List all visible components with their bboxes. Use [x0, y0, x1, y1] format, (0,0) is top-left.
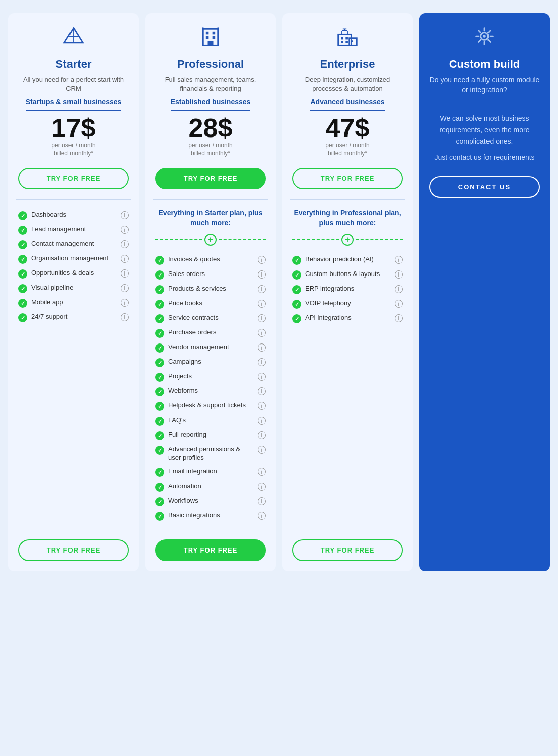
feature-name: Campaigns: [168, 358, 254, 366]
professional-price: 28$: [188, 115, 232, 141]
info-icon[interactable]: i: [258, 468, 266, 476]
info-icon[interactable]: i: [121, 211, 129, 219]
dashed-divider: +: [292, 234, 403, 246]
info-icon[interactable]: i: [121, 226, 129, 234]
info-icon[interactable]: i: [258, 270, 266, 279]
custom-name: Custom build: [449, 58, 520, 71]
info-icon[interactable]: i: [395, 314, 403, 322]
info-icon[interactable]: i: [121, 284, 129, 292]
feature-name: API integrations: [305, 314, 391, 322]
starter-icon: [62, 25, 85, 52]
svg-rect-4: [206, 32, 209, 35]
svg-line-31: [488, 31, 490, 33]
feature-name: Webforms: [168, 387, 254, 395]
svg-line-29: [479, 31, 481, 33]
info-icon[interactable]: i: [395, 256, 403, 264]
info-icon[interactable]: i: [121, 313, 129, 321]
check-icon: [155, 300, 164, 309]
info-icon[interactable]: i: [121, 269, 129, 278]
feature-name: Advanced permissions & user profiles: [168, 445, 254, 462]
starter-try-button[interactable]: TRY FOR FREE: [18, 168, 129, 189]
info-icon[interactable]: i: [258, 300, 266, 308]
check-icon: [18, 255, 27, 264]
svg-rect-8: [208, 41, 214, 45]
feature-vendor-management: Vendor management i: [155, 340, 266, 355]
info-icon[interactable]: i: [258, 373, 266, 381]
info-icon[interactable]: i: [258, 314, 266, 322]
info-icon[interactable]: i: [395, 300, 403, 308]
feature-name: Full reporting: [168, 431, 254, 439]
feature-visual-pipeline: Visual pipeline i: [18, 281, 129, 296]
check-icon: [18, 313, 27, 322]
info-icon[interactable]: i: [258, 402, 266, 410]
info-icon[interactable]: i: [258, 256, 266, 264]
info-icon[interactable]: i: [258, 431, 266, 439]
check-icon: [155, 329, 164, 338]
feature-webforms: Webforms i: [155, 384, 266, 399]
starter-price-block: 17$ per user / monthbilled monthly*: [51, 115, 95, 158]
check-icon: [155, 270, 164, 280]
starter-name: Starter: [56, 58, 92, 71]
enterprise-try-button[interactable]: TRY FOR FREE: [292, 168, 403, 189]
professional-footer: TRY FOR FREE: [145, 531, 276, 571]
info-icon[interactable]: i: [258, 417, 266, 425]
contact-us-button[interactable]: CONTACT US: [429, 176, 540, 198]
feature-basic-integrations: Basic integrations i: [155, 509, 266, 523]
feature-name: Mobile app: [31, 298, 117, 307]
info-icon[interactable]: i: [258, 497, 266, 505]
svg-point-24: [483, 35, 486, 38]
feature-name: Contact management: [31, 240, 117, 248]
svg-rect-22: [351, 40, 353, 42]
feature-name: Automation: [168, 482, 254, 491]
svg-rect-14: [345, 37, 348, 40]
check-icon: [155, 285, 164, 294]
info-icon[interactable]: i: [395, 285, 403, 293]
feature-name: Service contracts: [168, 314, 254, 322]
info-icon[interactable]: i: [258, 343, 266, 352]
check-icon: [292, 314, 301, 323]
enterprise-try-button-bottom[interactable]: TRY FOR FREE: [292, 539, 403, 561]
dashed-line-right: [356, 239, 403, 240]
professional-description: Full sales management, teams, financials…: [155, 75, 266, 93]
info-icon[interactable]: i: [121, 299, 129, 307]
check-icon: [155, 373, 164, 382]
professional-cta-section: TRY FOR FREE: [145, 168, 276, 199]
check-icon: [18, 226, 27, 235]
plan-enterprise: Enterprise Deep integration, customized …: [282, 13, 413, 571]
starter-try-button-bottom[interactable]: TRY FOR FREE: [18, 539, 129, 561]
svg-rect-7: [213, 36, 216, 39]
feature-name: VOIP telephony: [305, 299, 391, 308]
feature-support: 24/7 support i: [18, 310, 129, 325]
starter-target: Startups & small businesses: [26, 97, 122, 110]
feature-helpdesk: Helpdesk & support tickets i: [155, 399, 266, 414]
info-icon[interactable]: i: [258, 387, 266, 395]
check-icon: [18, 269, 27, 279]
feature-service-contracts: Service contracts i: [155, 311, 266, 326]
info-icon[interactable]: i: [121, 240, 129, 248]
check-icon: [18, 240, 27, 249]
check-icon: [292, 300, 301, 309]
svg-rect-13: [341, 37, 343, 40]
info-icon[interactable]: i: [258, 285, 266, 293]
enterprise-cta-section: TRY FOR FREE: [282, 168, 413, 199]
info-icon[interactable]: i: [258, 483, 266, 491]
info-icon[interactable]: i: [395, 270, 403, 279]
info-icon[interactable]: i: [121, 255, 129, 263]
info-icon[interactable]: i: [258, 512, 266, 520]
feature-sales-orders: Sales orders i: [155, 267, 266, 282]
check-icon: [292, 285, 301, 294]
professional-try-button[interactable]: TRY FOR FREE: [155, 168, 266, 189]
dashed-line-left: [155, 239, 202, 240]
professional-try-button-bottom[interactable]: TRY FOR FREE: [155, 539, 266, 561]
feature-projects: Projects i: [155, 370, 266, 384]
info-icon[interactable]: i: [258, 446, 266, 454]
plan-custom: Custom build Do you need a fully custom …: [419, 13, 550, 571]
check-icon: [292, 270, 301, 280]
info-icon[interactable]: i: [258, 329, 266, 337]
plan-enterprise-header: Enterprise Deep integration, customized …: [282, 13, 413, 168]
svg-rect-5: [213, 32, 216, 35]
check-icon: [155, 468, 164, 477]
feature-products: Products & services i: [155, 282, 266, 297]
professional-name: Professional: [177, 58, 244, 71]
info-icon[interactable]: i: [258, 358, 266, 366]
